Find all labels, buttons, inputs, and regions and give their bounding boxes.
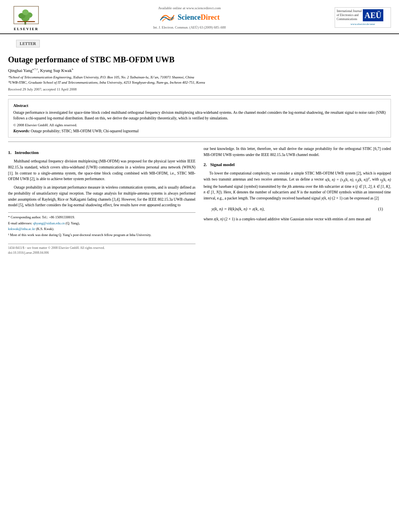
divider-2 bbox=[8, 142, 391, 142]
copyright: © 2008 Elsevier GmbH. All rights reserve… bbox=[13, 123, 386, 127]
affiliation-a: ᵃSchool of Telecommunication Engineering… bbox=[8, 75, 391, 80]
section1-para1: Multiband orthogonal frequency division … bbox=[8, 158, 195, 182]
sciencedirect-text: ScienceDirect bbox=[178, 13, 220, 22]
two-column-body: 1. Introduction Multiband orthogonal fre… bbox=[8, 146, 391, 260]
main-content: Outage performance of STBC MB-OFDM UWB Q… bbox=[0, 55, 399, 260]
journal-reference: Int. J. Electron. Commun. (AEÜ) 63 (2009… bbox=[153, 25, 226, 29]
section2-para1: To lower the computational complexity, w… bbox=[204, 170, 391, 201]
section2-number: 2. bbox=[204, 162, 207, 167]
doi-text: doi:10.1016/j.aeue.2008.04.006 bbox=[8, 251, 195, 255]
header: ELSEVIER Available online at www.science… bbox=[0, 0, 399, 34]
section1-heading: Introduction bbox=[15, 150, 39, 155]
letter-badge-container: LETTER bbox=[0, 34, 399, 51]
formula1-content: y(k, n) = H(k)s(k, n) + z(k, n), bbox=[212, 205, 265, 212]
keywords-label: Keywords: bbox=[13, 129, 30, 133]
email2-name: (K.S. Kwak). bbox=[36, 227, 54, 231]
footnote-email2: kskwak@inha.ac.kr (K.S. Kwak). bbox=[8, 226, 195, 232]
footnote-corresponding: * Corresponding author. Tel.: +86 150913… bbox=[8, 215, 195, 220]
formula1: y(k, n) = H(k)s(k, n) + z(k, n), (1) bbox=[204, 205, 391, 212]
sciencedirect-icon bbox=[159, 12, 175, 24]
column-right: our best knowledge. In this letter, ther… bbox=[204, 146, 391, 260]
column-left: 1. Introduction Multiband orthogonal fre… bbox=[8, 146, 195, 260]
section1-number: 1. bbox=[8, 150, 11, 155]
aeu-abbreviation: AEÜ bbox=[363, 9, 383, 21]
after-formula1: where z(k, n) (2 × 1) is a complex-value… bbox=[204, 216, 391, 222]
divider-1 bbox=[8, 95, 391, 96]
formula1-number: (1) bbox=[378, 206, 383, 212]
section1-continued: our best knowledge. In this letter, ther… bbox=[204, 146, 391, 158]
elsevier-tree-icon bbox=[12, 4, 40, 26]
elsevier-wordmark: ELSEVIER bbox=[14, 27, 39, 31]
section1-title: 1. Introduction bbox=[8, 149, 195, 156]
issn-text: 1434-8411/$ - see front matter © 2008 El… bbox=[8, 246, 195, 251]
email1-name: (Q. Yang), bbox=[66, 221, 80, 225]
svg-point-4 bbox=[22, 10, 29, 15]
svg-rect-5 bbox=[17, 21, 35, 22]
abstract-title: Abstract bbox=[13, 103, 386, 108]
keywords: Keywords: Outage probability; STBC; MB-O… bbox=[13, 129, 386, 133]
authors: Qinghai Yanga,*,1, Kyung Sup Kwakb bbox=[8, 68, 391, 73]
footnotes: * Corresponding author. Tel.: +86 150913… bbox=[8, 212, 195, 238]
footnote1-text: ¹ Most of this work was done during Q. Y… bbox=[8, 232, 195, 238]
affiliations: ᵃSchool of Telecommunication Engineering… bbox=[8, 75, 391, 86]
abstract-text: Outage performance is investigated for s… bbox=[13, 110, 386, 121]
letter-badge: LETTER bbox=[16, 40, 40, 47]
header-center: Available online at www.sciencedirect.co… bbox=[44, 6, 335, 29]
keywords-text: Outage probability; STBC; MB-OFDM UWB; C… bbox=[31, 129, 139, 133]
received-dates: Received 29 July 2007; accepted 11 April… bbox=[8, 87, 391, 91]
bottom-info: 1434-8411/$ - see front matter © 2008 El… bbox=[8, 244, 195, 260]
section1-para2: Outage probability is an important perfo… bbox=[8, 185, 195, 208]
email2-link[interactable]: kskwak@inha.ac.kr bbox=[8, 227, 35, 231]
section2-heading: Signal model bbox=[210, 162, 235, 167]
abstract-section: Abstract Outage performance is investiga… bbox=[8, 99, 391, 138]
email-label: E-mail addresses: bbox=[8, 221, 32, 225]
available-online-text: Available online at www.sciencedirect.co… bbox=[158, 6, 221, 10]
email1-link[interactable]: qhyang@xidian.edu.cn bbox=[33, 221, 65, 225]
aeu-website-link[interactable]: www.elsevier.de/aeue bbox=[337, 23, 389, 26]
elsevier-logo: ELSEVIER bbox=[8, 4, 44, 31]
footnote-email: E-mail addresses: qhyang@xidian.edu.cn (… bbox=[8, 221, 195, 226]
aeu-journal-title: International Journal of Electronics and… bbox=[337, 9, 362, 21]
section2-title: 2. Signal model bbox=[204, 161, 391, 168]
aeu-logo: International Journal of Electronics and… bbox=[335, 7, 391, 27]
page: ELSEVIER Available online at www.science… bbox=[0, 0, 399, 532]
affiliation-b: ᵇUWB-ITRC, Graduate School of IT and Tel… bbox=[8, 80, 391, 86]
paper-title: Outage performance of STBC MB-OFDM UWB bbox=[8, 55, 391, 64]
sciencedirect-logo: ScienceDirect bbox=[159, 12, 220, 24]
